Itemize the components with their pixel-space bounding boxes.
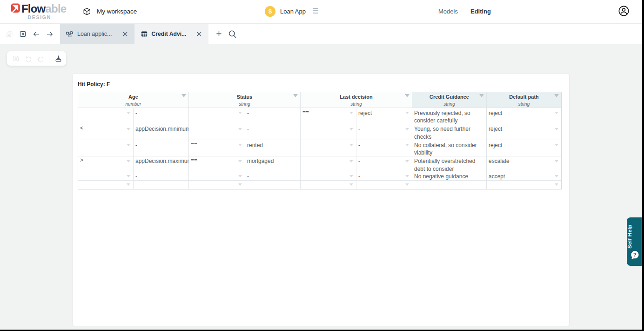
svg-text:?: ?	[633, 251, 637, 257]
